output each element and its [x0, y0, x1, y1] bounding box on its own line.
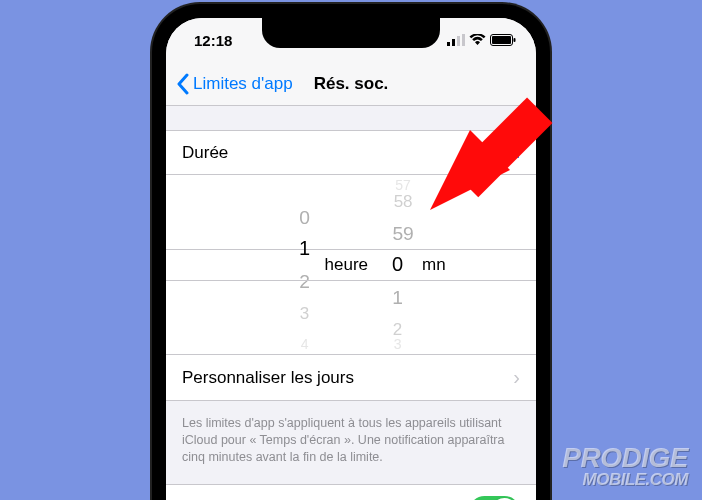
- customize-days-label: Personnaliser les jours: [182, 368, 354, 388]
- battery-icon: [490, 34, 516, 46]
- back-label: Limites d'app: [193, 74, 293, 94]
- phone-screen: 12:18 Limites d'app Rés. soc. Durée 1 h: [166, 18, 536, 500]
- duration-footer-note: Les limites d'app s'appliquent à tous le…: [166, 409, 536, 484]
- picker-minute-option: 59: [392, 217, 413, 248]
- cellular-icon: [447, 34, 465, 46]
- picker-minute-option: 3: [394, 333, 402, 355]
- phone-frame: 12:18 Limites d'app Rés. soc. Durée 1 h: [152, 4, 550, 500]
- watermark-line2: MOBILE.COM: [562, 472, 688, 488]
- picker-minute-option: 58: [394, 187, 413, 214]
- watermark-line1: PRODIGE: [562, 445, 688, 472]
- time-picker[interactable]: 0 1 2 3 4 heure 57 58 59 0 1 2 3: [166, 175, 536, 355]
- duration-label: Durée: [182, 143, 228, 163]
- hours-column[interactable]: 0 1 2 3 4 heure: [166, 175, 380, 354]
- block-toggle-cell[interactable]: Bloquer à la fin de la limite: [166, 485, 536, 500]
- notch: [262, 18, 440, 48]
- svg-rect-5: [492, 36, 511, 44]
- svg-rect-0: [447, 42, 450, 46]
- picker-hour-selected: 1: [299, 233, 310, 265]
- picker-hour-option: 0: [299, 201, 310, 232]
- status-indicators: [447, 34, 516, 46]
- wifi-icon: [469, 34, 486, 46]
- svg-rect-3: [462, 34, 465, 46]
- svg-rect-2: [457, 36, 460, 46]
- picker-hour-option: 3: [300, 299, 309, 326]
- duration-value: 1 h: [496, 143, 520, 163]
- block-group: Bloquer à la fin de la limite: [166, 484, 536, 500]
- chevron-left-icon: [176, 73, 189, 95]
- picker-minute-selected: 0: [392, 249, 403, 281]
- minutes-unit: mn: [422, 255, 446, 275]
- svg-rect-6: [514, 38, 516, 42]
- block-toggle[interactable]: [469, 496, 520, 500]
- chevron-right-icon: ›: [513, 366, 520, 389]
- page-title: Rés. soc.: [314, 74, 389, 94]
- content[interactable]: Durée 1 h 0 1 2 3 4 heure 57 58: [166, 106, 536, 500]
- hours-unit: heure: [325, 255, 368, 275]
- status-time: 12:18: [194, 32, 232, 49]
- picker-hour-option: 2: [299, 265, 310, 296]
- svg-rect-1: [452, 39, 455, 46]
- picker-minute-option: 1: [392, 281, 403, 312]
- watermark: PRODIGE MOBILE.COM: [562, 445, 688, 488]
- back-button[interactable]: Limites d'app: [176, 73, 293, 95]
- nav-bar: Limites d'app Rés. soc.: [166, 62, 536, 106]
- duration-group: Durée 1 h 0 1 2 3 4 heure 57 58: [166, 130, 536, 401]
- picker-hour-option: 4: [301, 333, 309, 355]
- customize-days-cell[interactable]: Personnaliser les jours ›: [166, 355, 536, 400]
- duration-cell[interactable]: Durée 1 h: [166, 131, 536, 175]
- minutes-column[interactable]: 57 58 59 0 1 2 3 mn: [380, 175, 536, 354]
